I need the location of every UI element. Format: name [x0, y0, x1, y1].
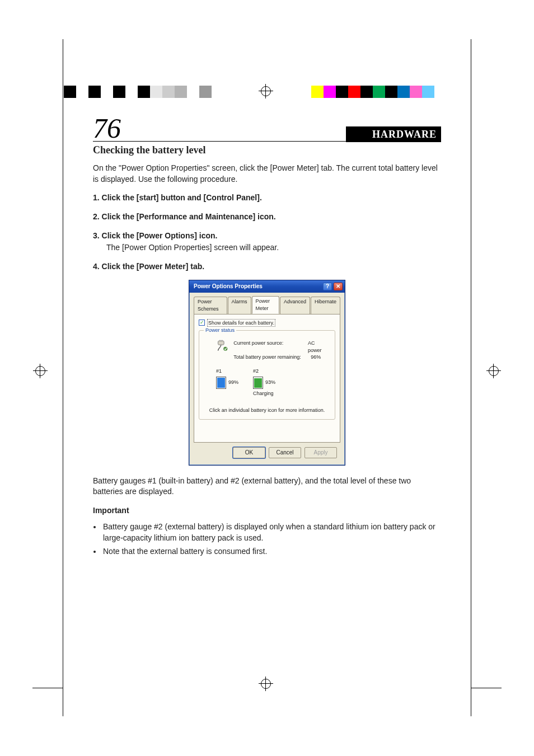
battery-1-icon[interactable] — [216, 377, 226, 389]
battery-gauges: #199%#293%Charging — [216, 368, 329, 397]
swatch — [324, 86, 336, 98]
swatch — [410, 86, 422, 98]
swatch — [336, 86, 348, 98]
page-number: 76 — [93, 114, 121, 142]
ac-plug-icon — [216, 340, 228, 352]
swatch — [311, 86, 324, 98]
swatch — [199, 86, 212, 98]
cancel-button[interactable]: Cancel — [269, 447, 301, 458]
swatch — [373, 86, 385, 98]
swatch — [360, 86, 373, 98]
post-dialog-paragraph: Battery gauges #1 (built-in battery) and… — [93, 476, 441, 497]
swatch — [187, 86, 199, 98]
battery-2-percent: 93% — [265, 379, 275, 386]
registration-mark-left — [35, 366, 45, 376]
battery-2-label: #2 — [253, 368, 275, 375]
swatch — [385, 86, 397, 98]
tab-advanced[interactable]: Advanced — [280, 297, 310, 314]
page-content: Checking the battery level On the "Power… — [93, 143, 441, 559]
battery-1-percent: 99% — [228, 379, 238, 386]
swatch — [434, 86, 447, 98]
total-remaining-label: Total battery power remaining: — [233, 354, 306, 361]
header-rule — [93, 141, 441, 142]
swatch — [175, 86, 187, 98]
swatch — [150, 86, 162, 98]
tab-power-meter[interactable]: Power Meter — [252, 296, 279, 313]
step-3-sub: The [Power Option Properties] screen wil… — [106, 242, 441, 253]
tab-hibernate[interactable]: Hibernate — [311, 297, 340, 314]
show-details-label: Show details for each battery. — [207, 319, 275, 327]
step-3: 3. Click the [Power Options] icon. — [93, 231, 441, 242]
section-tab: HARDWARE — [346, 126, 441, 142]
help-button[interactable]: ? — [323, 283, 332, 290]
page-header: 76 HARDWARE — [93, 114, 441, 142]
important-heading: Important — [93, 505, 441, 516]
current-source-label: Current power source: — [233, 340, 303, 354]
dialog-tabs: Power SchemesAlarmsPower MeterAdvancedHi… — [194, 296, 340, 313]
swatch — [113, 86, 125, 98]
important-note-1: Battery gauge #2 (external battery) is d… — [102, 522, 441, 543]
swatch — [162, 86, 175, 98]
heading-checking-battery: Checking the battery level — [93, 143, 441, 157]
step-1: 1. Click the [start] button and [Control… — [93, 192, 441, 204]
current-source-value: AC power — [308, 340, 329, 354]
power-source-info: Current power source: AC power Total bat… — [233, 340, 329, 361]
power-status-fieldset: Power status — [199, 330, 335, 420]
swatch — [88, 86, 101, 98]
power-status-legend: Power status — [204, 327, 236, 334]
step-2: 2. Click the [Performance and Maintenanc… — [93, 212, 441, 223]
battery-2-status: Charging — [253, 390, 275, 397]
battery-2-icon[interactable] — [253, 377, 263, 389]
dialog-footer: OK Cancel Apply — [194, 443, 340, 461]
swatch — [422, 86, 434, 98]
apply-button[interactable]: Apply — [305, 447, 337, 458]
important-note-2: Note that the external battery is consum… — [102, 546, 441, 557]
total-remaining-value: 96% — [311, 354, 321, 361]
tab-alarms[interactable]: Alarms — [228, 297, 251, 314]
battery-2: #293%Charging — [253, 368, 275, 397]
swatch — [348, 86, 360, 98]
swatch — [101, 86, 113, 98]
swatch — [125, 86, 138, 98]
power-meter-pane: ✓ Show details for each battery. Power s… — [194, 314, 340, 443]
dialog-titlebar[interactable]: Power Options Properties ? ✕ — [189, 280, 345, 293]
registration-mark-top — [261, 86, 271, 96]
ok-button[interactable]: OK — [233, 447, 265, 458]
registration-mark-right — [489, 366, 499, 376]
battery-1: #199% — [216, 368, 238, 397]
dialog-title: Power Options Properties — [194, 283, 263, 290]
step-4: 4. Click the [Power Meter] tab. — [93, 261, 441, 273]
battery-1-label: #1 — [216, 368, 238, 375]
swatch — [64, 86, 76, 98]
color-bar-left — [64, 86, 212, 98]
trim-frame-right — [471, 39, 471, 716]
registration-mark-bottom — [261, 679, 271, 689]
screenshot-wrap: Power Options Properties ? ✕ Power Schem… — [93, 280, 441, 465]
intro-paragraph: On the "Power Option Properties" screen,… — [93, 163, 441, 185]
swatch — [76, 86, 88, 98]
tab-power-schemes[interactable]: Power Schemes — [194, 297, 227, 314]
show-details-checkbox[interactable]: ✓ — [199, 320, 205, 326]
power-options-dialog: Power Options Properties ? ✕ Power Schem… — [189, 280, 345, 465]
important-notes: Battery gauge #2 (external battery) is d… — [102, 522, 441, 557]
color-bar-right — [311, 86, 447, 98]
svg-rect-0 — [218, 341, 224, 345]
battery-hint: Click an individual battery icon for mor… — [199, 407, 335, 414]
swatch — [397, 86, 410, 98]
close-button[interactable]: ✕ — [334, 283, 343, 290]
swatch — [138, 86, 150, 98]
